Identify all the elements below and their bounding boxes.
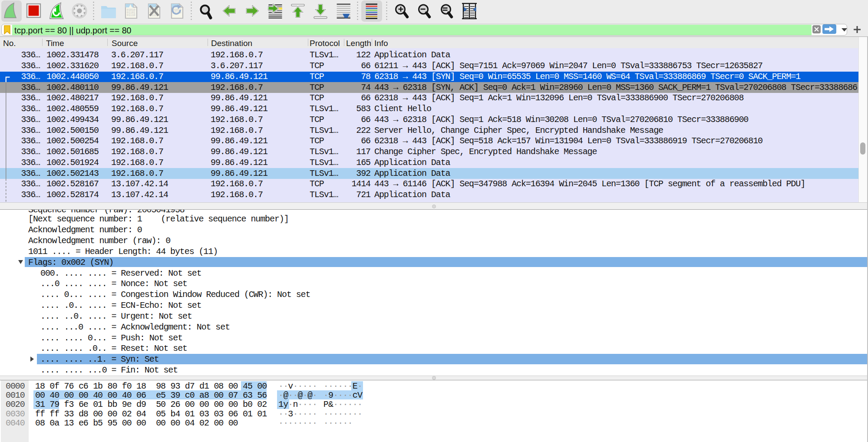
svg-text:01110: 01110 xyxy=(127,14,135,17)
